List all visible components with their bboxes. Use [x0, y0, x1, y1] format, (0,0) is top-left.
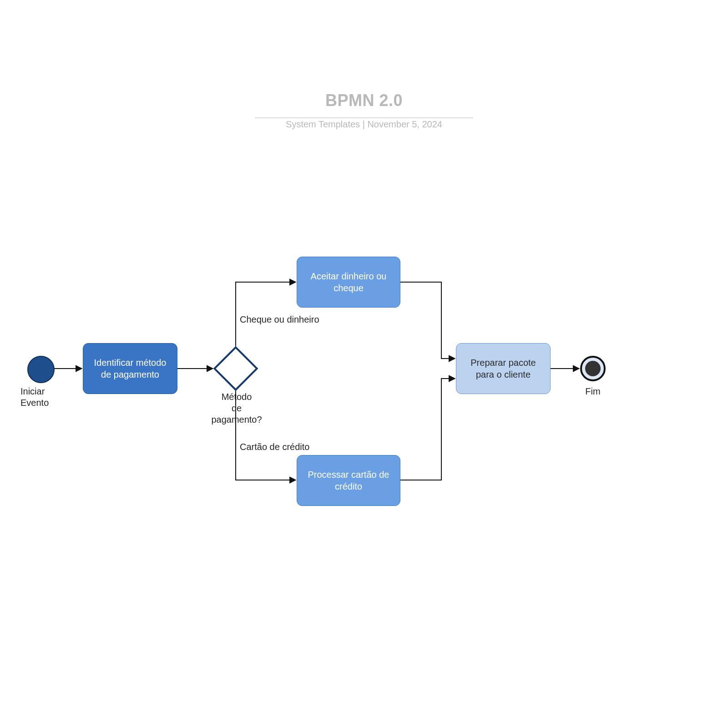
task-prepare: Preparar pacote para o cliente [456, 343, 551, 394]
task-prepare-label: Preparar pacote para o cliente [462, 357, 545, 380]
edge-cash-label: Cheque ou dinheiro [207, 314, 331, 325]
edge-process-prepare [400, 379, 455, 480]
edge-accept-prepare [400, 282, 455, 359]
end-event-label: Fim [580, 386, 606, 397]
start-event [27, 356, 55, 383]
edge-card-label: Cartão de crédito [207, 441, 340, 453]
task-process-card-label: Processar cartão de crédito [303, 469, 394, 492]
gateway-decision [213, 346, 258, 391]
start-event-label: Iniciar Evento [20, 386, 61, 409]
gateway-label: Método de pagamento? [207, 391, 266, 425]
task-accept: Aceitar dinheiro ou cheque [297, 257, 400, 308]
diagram-title: BPMN 2.0 [0, 91, 728, 110]
title-rule [255, 117, 473, 118]
subtitle-template: System Templates [286, 119, 360, 129]
task-identify-label: Identificar método de pagamento [89, 357, 172, 380]
end-event-inner [585, 361, 601, 376]
task-process-card: Processar cartão de crédito [297, 455, 400, 506]
diagram-canvas: BPMN 2.0 System Templates | November 5, … [0, 0, 728, 728]
end-event [580, 356, 606, 381]
diagram-subtitle: System Templates | November 5, 2024 [0, 119, 728, 130]
subtitle-date: November 5, 2024 [367, 119, 442, 129]
subtitle-sep: | [363, 119, 368, 129]
task-accept-label: Aceitar dinheiro ou cheque [303, 270, 394, 294]
task-identify: Identificar método de pagamento [83, 343, 177, 394]
